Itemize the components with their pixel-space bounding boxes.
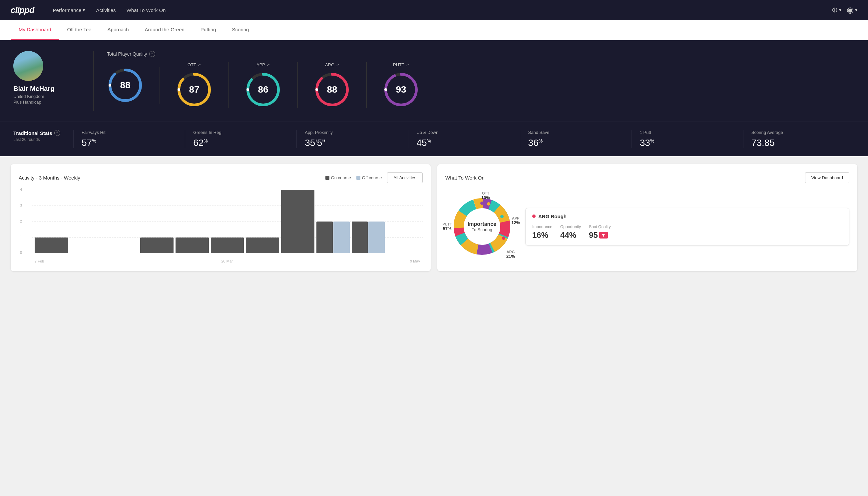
svg-point-21	[500, 215, 504, 218]
player-handicap: Plus Handicap	[13, 99, 41, 105]
bar-group-6	[246, 237, 279, 253]
bar-oncourse-9	[352, 221, 368, 253]
ring-total: 88	[107, 67, 144, 104]
bar-offcourse-9	[368, 221, 385, 253]
nav-right: ⊕ ▾ ◉ ▾	[832, 5, 857, 15]
view-dashboard-button[interactable]: View Dashboard	[805, 172, 849, 183]
score-app-label: APP ↗	[256, 62, 270, 67]
stat-scoring-average: Scoring Average 73.85	[743, 130, 855, 148]
bar-offcourse-8	[333, 221, 350, 253]
wtwo-card-header: What To Work On View Dashboard	[445, 172, 849, 183]
bar-group-3	[140, 237, 174, 253]
stat-one-putt: 1 Putt 33%	[632, 130, 743, 148]
bar-oncourse-3	[140, 237, 174, 253]
activity-chart-title: Activity - 3 Months - Weekly	[19, 175, 80, 181]
arg-info-title: ARG Rough	[532, 214, 842, 219]
svg-point-8	[247, 88, 249, 91]
player-country: United Kingdom	[13, 94, 44, 99]
main-content: Activity - 3 Months - Weekly On course O…	[0, 156, 868, 279]
arg-metrics: Importance 16% Opportunity 44% Shot Qual…	[532, 224, 842, 240]
logo[interactable]: clippd	[11, 5, 34, 15]
donut-section: Importance To Scoring OTT 10% APP 12% AR…	[445, 190, 519, 263]
score-putt-label: PUTT ↗	[393, 62, 409, 67]
stat-sand-save: Sand Save 36%	[520, 130, 632, 148]
ring-putt: 93	[383, 71, 419, 108]
bar-group-4	[175, 237, 209, 253]
svg-point-5	[177, 88, 180, 91]
nav-what-to-work-on[interactable]: What To Work On	[127, 7, 166, 13]
svg-point-11	[315, 88, 318, 91]
nav-performance[interactable]: Performance ▾	[53, 7, 85, 13]
wtwo-title: What To Work On	[445, 175, 485, 181]
chart-area: 4 3 2 1 0 7 Feb 28 Mar 9 May	[19, 190, 423, 263]
tab-off-the-tee[interactable]: Off the Tee	[59, 20, 99, 40]
score-putt: PUTT ↗ 93	[367, 62, 435, 108]
trad-stats-subtitle: Last 20 rounds	[13, 137, 73, 142]
bar-oncourse-4	[175, 237, 209, 253]
bar-oncourse-7	[281, 190, 314, 253]
score-arg-label: ARG ↗	[325, 62, 339, 67]
nav-links: Performance ▾ Activities What To Work On	[53, 7, 821, 13]
score-ott: OTT ↗ 87	[160, 62, 229, 108]
donut-label-arg: ARG 21%	[506, 250, 515, 259]
trad-stats-label: Traditional Stats ? Last 20 rounds	[13, 130, 73, 142]
bar-group-8	[316, 221, 350, 253]
bar-oncourse-0	[35, 237, 68, 253]
svg-point-22	[487, 202, 490, 205]
svg-point-14	[384, 88, 387, 91]
what-to-work-on-card: What To Work On View Dashboard	[437, 164, 857, 271]
avatar-image	[13, 51, 43, 81]
score-ott-label: OTT ↗	[188, 62, 201, 67]
nav-activities[interactable]: Activities	[96, 7, 115, 13]
bar-oncourse-8	[316, 221, 333, 253]
hero-section: Blair McHarg United Kingdom Plus Handica…	[0, 40, 868, 122]
trad-stats-title: Traditional Stats ?	[13, 130, 73, 136]
user-menu-button[interactable]: ◉ ▾	[847, 5, 857, 15]
tab-scoring[interactable]: Scoring	[224, 20, 257, 40]
score-putt-value: 93	[396, 84, 406, 95]
score-total: 88	[107, 67, 160, 104]
tab-my-dashboard[interactable]: My Dashboard	[11, 20, 59, 40]
tab-approach[interactable]: Approach	[99, 20, 137, 40]
activity-card-header: Activity - 3 Months - Weekly On course O…	[19, 172, 423, 183]
stat-app-proximity: App. Proximity 35'5"	[297, 130, 408, 148]
tpq-label: Total Player Quality ?	[107, 51, 855, 57]
svg-point-20	[502, 236, 505, 240]
add-button[interactable]: ⊕ ▾	[832, 6, 841, 14]
donut-label-putt: PUTT 57%	[442, 222, 452, 231]
player-name: Blair McHarg	[13, 85, 54, 93]
bar-group-5	[211, 237, 244, 253]
arg-dot-icon	[532, 215, 536, 218]
arg-metric-shot-quality: Shot Quality 95 ▼	[589, 224, 611, 240]
score-app: APP ↗ 86	[229, 62, 298, 108]
stat-greens-in-reg: Greens In Reg 62%	[185, 130, 297, 148]
stat-up-and-down: Up & Down 45%	[408, 130, 520, 148]
sub-nav: My Dashboard Off the Tee Approach Around…	[0, 20, 868, 40]
logo-text: clippd	[11, 5, 34, 15]
score-ott-value: 87	[189, 84, 199, 95]
traditional-stats-section: Traditional Stats ? Last 20 rounds Fairw…	[0, 122, 868, 156]
tab-around-the-green[interactable]: Around the Green	[137, 20, 192, 40]
chart-legend: On course Off course	[326, 175, 382, 180]
top-nav: clippd Performance ▾ Activities What To …	[0, 0, 868, 20]
ring-ott: 87	[176, 71, 212, 108]
tpq-help-icon[interactable]: ?	[149, 51, 155, 57]
score-app-value: 86	[258, 84, 268, 95]
score-arg-value: 88	[327, 84, 337, 95]
donut-label-app: APP 12%	[511, 216, 520, 225]
svg-point-19	[480, 202, 484, 205]
scores-row: 88 OTT ↗ 87	[107, 62, 855, 108]
wtwo-inner: Importance To Scoring OTT 10% APP 12% AR…	[445, 190, 849, 263]
tpq-section: Total Player Quality ? 88	[107, 51, 855, 108]
donut-center: Importance To Scoring	[468, 221, 496, 232]
stats-row: Fairways Hit 57% Greens In Reg 62% App. …	[73, 130, 855, 148]
trad-help-icon[interactable]: ?	[54, 130, 60, 136]
bar-group-0	[35, 237, 68, 253]
tab-putting[interactable]: Putting	[192, 20, 224, 40]
divider	[93, 51, 94, 111]
all-activities-button[interactable]: All Activities	[387, 172, 423, 183]
bar-group-9	[352, 221, 385, 253]
score-total-value: 88	[120, 80, 130, 91]
legend-offcourse: Off course	[357, 175, 382, 180]
legend-dot-offcourse	[357, 176, 360, 180]
